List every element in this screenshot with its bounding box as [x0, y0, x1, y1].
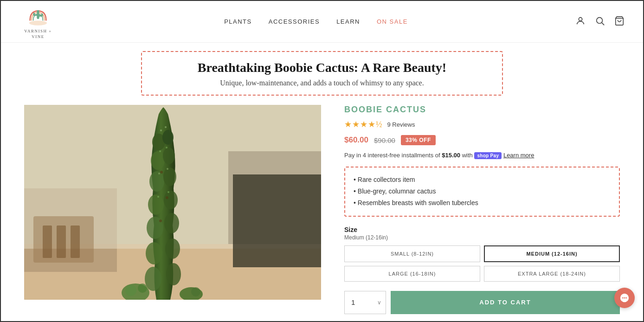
reviews-count[interactable]: 9 Reviews — [387, 121, 415, 128]
main-nav: PLANTS ACCESSORIES LEARN ON SALE — [224, 18, 408, 25]
account-icon[interactable] — [575, 16, 586, 27]
logo[interactable]: VARNISH + VINE — [19, 4, 57, 39]
feature-3: Resembles breasts with swollen tubercles — [354, 197, 611, 209]
quantity-wrapper[interactable]: 1 2 3 4 5 — [344, 291, 386, 314]
size-xlarge[interactable]: EXTRA LARGE (18-24IN) — [484, 266, 620, 282]
svg-point-52 — [624, 297, 625, 299]
feature-2: Blue-grey, columnar cactus — [354, 186, 611, 197]
svg-rect-18 — [71, 225, 80, 258]
add-to-cart-button[interactable]: ADD TO CART — [391, 291, 620, 314]
svg-point-26 — [148, 194, 164, 215]
svg-point-30 — [146, 242, 162, 264]
svg-point-33 — [166, 263, 181, 285]
svg-point-44 — [159, 219, 162, 222]
svg-point-0 — [29, 20, 47, 25]
logo-text: VARNISH + VINE — [19, 29, 57, 39]
svg-point-35 — [165, 126, 167, 128]
svg-point-53 — [625, 297, 627, 299]
product-image — [24, 105, 321, 300]
hero-banner: Breathtaking Boobie Cactus: A Rare Beaut… — [141, 51, 503, 96]
search-icon[interactable] — [595, 16, 605, 27]
cart-row: 1 2 3 4 5 ADD TO CART — [344, 291, 620, 314]
svg-point-48 — [138, 283, 147, 293]
cart-icon[interactable] — [614, 16, 625, 27]
chat-button[interactable] — [614, 288, 635, 308]
size-medium[interactable]: MEDIUM (12-16IN) — [484, 245, 620, 262]
svg-point-24 — [149, 171, 164, 192]
installments: Pay in 4 interest-free installments of $… — [344, 152, 620, 159]
size-current: Medium (12-16in) — [344, 234, 620, 241]
svg-rect-5 — [41, 13, 43, 17]
size-large[interactable]: LARGE (16-18IN) — [344, 266, 480, 282]
svg-point-39 — [167, 168, 168, 170]
svg-point-47 — [125, 285, 136, 296]
svg-point-21 — [162, 130, 174, 145]
svg-point-6 — [579, 18, 582, 21]
svg-point-38 — [158, 173, 160, 174]
svg-point-34 — [160, 129, 162, 131]
svg-point-27 — [164, 191, 178, 209]
nav-learn[interactable]: LEARN — [336, 18, 360, 25]
learn-more-link[interactable]: Learn more — [503, 152, 534, 159]
shop-pay-badge: shop Pay — [474, 152, 502, 159]
svg-point-32 — [145, 267, 161, 291]
site-header: VARNISH + VINE PLANTS ACCESSORIES LEARN … — [1, 1, 643, 43]
product-name: BOOBIE CACTUS — [344, 105, 620, 115]
svg-point-51 — [622, 297, 624, 299]
svg-rect-16 — [43, 225, 52, 258]
size-buttons: SMALL (8-12IN) MEDIUM (12-16IN) LARGE (1… — [344, 245, 620, 282]
svg-point-37 — [166, 147, 167, 148]
price-sale: $60.00 — [344, 135, 368, 145]
nav-plants[interactable]: PLANTS — [224, 18, 252, 25]
reviews-row: ★★★★½ 9 Reviews — [344, 119, 620, 129]
svg-point-31 — [165, 238, 180, 259]
svg-point-36 — [159, 150, 161, 152]
svg-point-25 — [163, 167, 176, 186]
price-original: $90.00 — [374, 136, 395, 144]
svg-point-40 — [157, 196, 159, 198]
svg-point-23 — [163, 148, 175, 164]
product-details: BOOBIE CACTUS ★★★★½ 9 Reviews $60.00 $90… — [321, 105, 620, 314]
quantity-select[interactable]: 1 2 3 4 5 — [344, 291, 386, 314]
svg-point-22 — [151, 151, 165, 170]
star-rating: ★★★★½ — [344, 119, 383, 129]
hero-title: Breathtaking Boobie Cactus: A Rare Beaut… — [156, 60, 488, 75]
svg-rect-3 — [33, 13, 35, 16]
svg-rect-17 — [57, 225, 66, 258]
discount-badge: 33% OFF — [401, 135, 436, 145]
nav-sale[interactable]: ON SALE — [377, 18, 408, 25]
main-content: BOOBIE CACTUS ★★★★½ 9 Reviews $60.00 $90… — [1, 105, 643, 314]
size-section: Size Medium (12-16in) SMALL (8-12IN) MED… — [344, 226, 620, 282]
feature-1: Rare collectors item — [354, 174, 611, 186]
svg-point-41 — [167, 191, 169, 193]
svg-point-43 — [166, 196, 168, 199]
price-row: $60.00 $90.00 33% OFF — [344, 135, 620, 145]
svg-point-42 — [160, 171, 163, 174]
features-box: Rare collectors item Blue-grey, columnar… — [344, 167, 620, 217]
nav-accessories[interactable]: ACCESSORIES — [269, 18, 320, 25]
size-label: Size — [344, 226, 620, 233]
size-small[interactable]: SMALL (8-12IN) — [344, 245, 480, 262]
svg-point-49 — [191, 287, 200, 296]
svg-line-8 — [602, 23, 604, 25]
hero-subtitle: Unique, low-maintenance, and adds a touc… — [156, 79, 488, 87]
svg-point-29 — [164, 213, 179, 233]
svg-point-7 — [597, 18, 603, 24]
svg-rect-19 — [233, 174, 321, 267]
header-icons — [575, 16, 625, 27]
